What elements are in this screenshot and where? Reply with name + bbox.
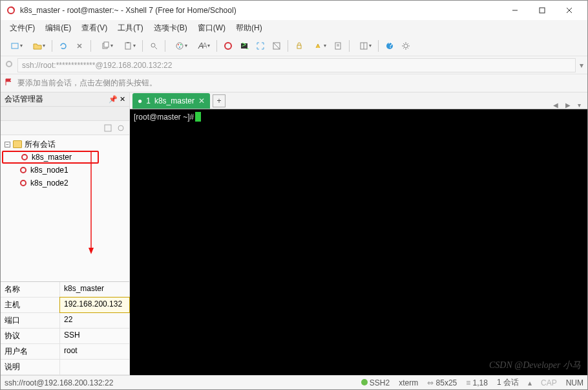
svg-point-34 [22,155,27,160]
status-dropdown[interactable]: ▴ [528,378,532,387]
properties-panel: 名称k8s_master 主机192.168.200.132 端口22 协议SS… [1,281,129,375]
reconnect-button[interactable] [56,39,70,53]
script-button[interactable] [331,39,345,53]
status-term: xterm [399,378,418,387]
prop-key: 协议 [1,329,60,343]
prop-value: k8s_master [60,282,129,297]
svg-point-15 [179,47,180,48]
tab-label: k8s_master [154,96,194,105]
collapse-icon[interactable]: − [5,142,10,147]
paste-button[interactable] [118,39,138,53]
tab-add-button[interactable]: + [213,94,226,107]
tree-root-label: 所有会话 [25,139,56,150]
sidebar-tool-button[interactable] [115,122,127,134]
watermark: CSDN @Developer 小马 [489,360,581,371]
menu-file[interactable]: 文件(F) [6,21,39,35]
tab-k8s-master[interactable]: ● 1 k8s_master ✕ [132,93,210,109]
font-button[interactable]: AA [192,39,213,53]
status-sessions[interactable]: 1 会话 [497,377,519,388]
status-address: ssh://root@192.168.200.132:22 [5,378,113,387]
sidebar-toolbar [1,121,129,135]
highlight-button[interactable] [308,39,329,53]
session-label: k8s_node1 [30,166,68,175]
svg-point-31 [6,61,12,67]
session-item-k8s-master[interactable]: k8s_master [2,151,99,164]
tab-close-icon[interactable]: ✕ [198,96,205,105]
window-title: k8s_master - root@master:~ - Xshell 7 (F… [20,6,502,15]
svg-point-33 [118,125,123,131]
tree-root[interactable]: − 所有会话 [2,138,128,151]
svg-rect-22 [297,45,301,49]
terminal-prompt: [root@master ~]# [134,113,194,122]
svg-point-35 [21,168,26,173]
prop-row-host: 主机192.168.200.132 [1,298,129,313]
minimize-button[interactable] [502,1,528,19]
window-controls [502,1,582,19]
svg-text:A: A [202,41,207,50]
terminal[interactable]: [root@master ~]# CSDN @Developer 小马 [130,109,587,375]
help-button[interactable]: ? [383,39,397,53]
new-session-button[interactable] [5,39,25,53]
session-item-k8s-node2[interactable]: k8s_node2 [2,177,128,190]
tip-bar: 要添加当前会话，点击左侧的箭头按钮。 [1,74,587,92]
svg-point-14 [180,44,182,45]
terminal-cursor [195,112,201,122]
main-area: 会话管理器 📌 ✕ − 所有会话 k8s_master k8s_node1 [1,92,587,375]
sidebar-tabs[interactable] [1,107,129,121]
settings-button[interactable] [399,39,413,53]
sidebar-title: 会话管理器 [5,94,43,105]
prop-key: 主机 [1,298,60,312]
svg-text:?: ? [388,41,393,50]
maximize-button[interactable] [529,1,555,19]
terminal-button[interactable]: >_ [237,39,251,53]
separator [90,40,91,52]
xshell-logo-button[interactable] [221,39,235,53]
transparency-button[interactable] [269,39,284,53]
menu-help[interactable]: 帮助(H) [232,21,266,35]
svg-rect-5 [12,43,18,49]
svg-point-30 [404,44,408,48]
svg-rect-2 [540,8,545,13]
find-button[interactable] [147,39,161,53]
layout-button[interactable] [353,39,374,53]
copy-button[interactable] [95,39,116,53]
status-pos: ≡ 1,18 [466,378,488,387]
tip-text: 要添加当前会话，点击左侧的箭头按钮。 [17,78,157,89]
session-tree: − 所有会话 k8s_master k8s_node1 k8s_node2 [1,135,129,281]
sidebar-header: 会话管理器 📌 ✕ [1,92,129,107]
address-input[interactable]: ssh://root:*************@192.168.200.132… [17,58,576,72]
menu-edit[interactable]: 编辑(E) [41,21,75,35]
prop-value [60,360,129,374]
prop-value[interactable]: 192.168.200.132 [60,298,129,312]
tab-strip: ● 1 k8s_master ✕ + ◀ ▶ ▾ [130,92,587,109]
open-button[interactable] [27,39,48,53]
svg-marker-38 [89,248,94,254]
separator [349,40,350,52]
pin-icon[interactable]: 📌 ✕ [109,95,125,103]
separator [52,40,52,52]
prop-key: 名称 [1,282,60,297]
palette-button[interactable] [169,39,190,53]
svg-line-11 [155,47,157,49]
disconnect-button[interactable] [72,39,87,53]
status-size: ⇔ 85x25 [427,378,457,387]
separator [378,40,379,52]
svg-rect-7 [104,42,109,47]
sidebar-tool-button[interactable] [102,122,114,134]
separator [216,40,217,52]
session-icon [19,166,28,175]
menu-view[interactable]: 查看(V) [78,21,111,35]
menu-window[interactable]: 窗口(W) [194,21,229,35]
menu-tools[interactable]: 工具(T) [114,21,147,35]
svg-point-13 [178,44,179,45]
fullscreen-button[interactable] [253,39,268,53]
menubar: 文件(F) 编辑(E) 查看(V) 工具(T) 选项卡(B) 窗口(W) 帮助(… [1,20,587,36]
prop-row-description: 说明 [1,360,129,375]
status-cap: CAP [541,378,557,387]
lock-button[interactable] [292,39,306,53]
session-item-k8s-node1[interactable]: k8s_node1 [2,164,128,177]
tab-nav[interactable]: ◀ ▶ ▾ [553,102,583,109]
address-dropdown[interactable]: ▾ [580,61,583,70]
menu-tabs[interactable]: 选项卡(B) [150,21,191,35]
close-button[interactable] [556,1,582,19]
